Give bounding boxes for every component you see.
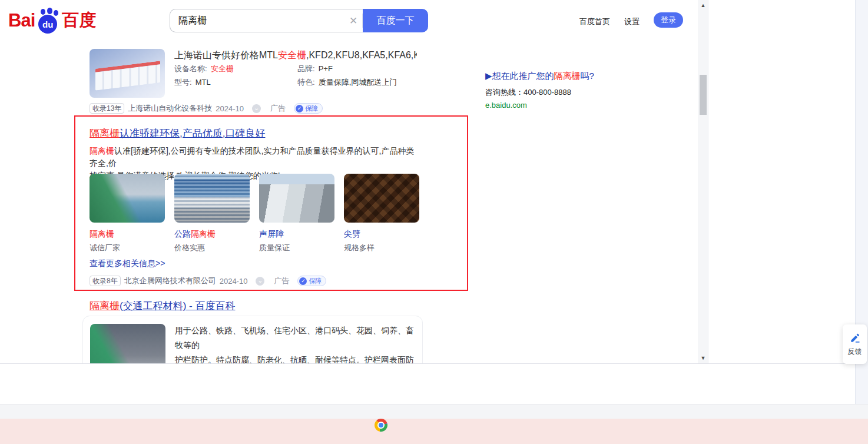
result2-source-row: 收录8年 北京企腾网络技术有限公司 2024-10 ⌄ 广告 ✓ 保障 (90, 276, 326, 286)
attr-value: P+F (319, 64, 333, 73)
attr-label: 设备名称: (174, 64, 207, 73)
safety-barrier-modules-image (95, 61, 160, 90)
scroll-down-arrow-icon[interactable]: ▼ (698, 355, 708, 361)
feedback-button[interactable]: 反馈 (843, 324, 867, 364)
baidu-logo[interactable]: Bai du 百度 (8, 8, 96, 34)
promo-highlight: 隔离栅 (554, 71, 581, 81)
result-date: 2024-10 (220, 277, 248, 286)
check-icon: ✓ (296, 105, 303, 112)
hotline-row: 咨询热线：400-800-8888 (485, 87, 674, 98)
result2-title-highlight: 隔离栅 (90, 128, 120, 139)
top-nav: 百度首页 设置 登录 (579, 16, 683, 28)
logo-text-du: du (38, 15, 57, 34)
baike-card[interactable]: 用于公路、铁路、飞机场、住宅小区、港口码头、花园、饲养、畜牧等的 护栏防护。特点… (82, 316, 423, 363)
desc-highlight: 隔离栅 (90, 146, 114, 155)
guarantee-badge[interactable]: ✓ 保障 (294, 103, 323, 114)
snippet-line2: 护栏防护。特点防腐、防老化、抗晒、耐候等特点。护栏网表面防腐形式 (175, 353, 416, 363)
attr-label: 特色: (297, 78, 315, 87)
caption-isolation-fence[interactable]: 隔离栅 (90, 229, 114, 240)
page-scrollbar[interactable]: ▲ ▼ (698, 0, 708, 363)
desktop-band (0, 404, 868, 419)
thumbnail-sound-barrier[interactable] (259, 174, 334, 223)
search-input[interactable] (170, 10, 344, 31)
pencil-icon (849, 332, 861, 344)
promo-pre: ▶想在此推广您的 (485, 71, 554, 81)
attr-label: 品牌: (297, 64, 315, 73)
search-button[interactable]: 百度一下 (363, 9, 428, 32)
thumbnail-acoustic-wedge[interactable] (344, 174, 419, 223)
nav-baidu-home[interactable]: 百度首页 (579, 16, 624, 27)
ad-label: 广告 (274, 276, 289, 286)
result1-product-thumbnail[interactable] (90, 49, 165, 98)
desktop: Bai du 百度 ✕ 百度一下 百度首页 设置 登录 (0, 0, 868, 444)
caption-blue: 声屏障 (259, 229, 284, 238)
result-menu-chevron-icon[interactable]: ⌄ (256, 277, 264, 286)
attr-value: MTL (196, 78, 211, 87)
check-icon: ✓ (299, 277, 307, 285)
ad-label: 广告 (270, 103, 286, 114)
result1-title-pre: 上海诺山专供好价格MTL (174, 50, 278, 60)
result2-title[interactable]: 隔离栅认准骄建环保,产品优质,口碑良好 (90, 127, 265, 140)
result1-title-post: ,KFD2,KFU8,KFA5,KFA6,KCD2等系... (306, 50, 417, 60)
paw-toe-icon (41, 9, 45, 15)
promo-url[interactable]: e.baidu.com (485, 101, 674, 110)
search-box[interactable]: ✕ (170, 9, 363, 32)
attr-feature: 特色:质量保障,同城配送上门 (297, 77, 397, 88)
result2-title-rest: 认准骄建环保,产品优质,口碑良好 (120, 128, 265, 139)
hotline-number: 400-800-8888 (524, 88, 571, 97)
snippet-line1: 用于公路、铁路、飞机场、住宅小区、港口码头、花园、饲养、畜牧等的 (175, 323, 416, 353)
baidu-paw-icon: du (35, 8, 61, 34)
guarantee-label: 保障 (309, 277, 322, 286)
caption-blue: 尖劈 (344, 229, 360, 238)
feedback-label: 反馈 (848, 347, 862, 357)
baidu-header: Bai du 百度 ✕ 百度一下 百度首页 设置 登录 (0, 0, 698, 41)
guarantee-badge[interactable]: ✓ 保障 (297, 276, 326, 286)
caption-sound-barrier[interactable]: 声屏障 (259, 229, 284, 240)
see-more-link[interactable]: 查看更多相关信息>> (90, 259, 165, 269)
baike-snippet: 用于公路、铁路、飞机场、住宅小区、港口码头、花园、饲养、畜牧等的 护栏防护。特点… (175, 323, 416, 363)
caption-red: 隔离栅 (90, 229, 114, 238)
logo-text-cn: 百度 (62, 9, 96, 32)
result-menu-chevron-icon[interactable]: ⌄ (252, 104, 261, 113)
caption-highway-fence[interactable]: 公路隔离栅 (174, 229, 216, 240)
caption-red: 隔离栅 (191, 229, 216, 238)
subcaption: 诚信厂家 (90, 243, 120, 253)
result3-title[interactable]: 隔离栅(交通工程材料) - 百度百科 (90, 299, 235, 313)
attr-label: 型号: (174, 78, 192, 87)
indexed-years-badge: 收录13年 (90, 103, 124, 114)
sidebar-promo-title[interactable]: ▶想在此推广您的隔离栅吗? (485, 71, 674, 82)
attr-brand: 品牌:P+F (297, 64, 333, 74)
indexed-years-badge: 收录8年 (90, 276, 121, 286)
scrollbar-thumb[interactable] (700, 75, 707, 115)
result1-title-highlight: 安全栅 (278, 50, 306, 60)
thumbnail-highway-fence[interactable] (174, 174, 250, 223)
chrome-icon[interactable] (375, 419, 387, 432)
windows-taskbar: S 中 S 9:27 2024/10/28 (0, 419, 868, 444)
caption-acoustic-wedge[interactable]: 尖劈 (344, 229, 360, 240)
attr-value: 质量保障,同城配送上门 (319, 78, 397, 87)
nav-settings[interactable]: 设置 (624, 16, 654, 27)
attr-value: 安全栅 (211, 64, 234, 73)
guarantee-label: 保障 (305, 104, 318, 113)
subcaption: 质量保证 (259, 243, 290, 253)
thumbnail-isolation-fence[interactable] (90, 174, 165, 223)
attr-model: 型号:MTL (174, 77, 211, 88)
page-bottom-border (0, 363, 855, 364)
promo-post: 吗? (581, 71, 594, 81)
login-button[interactable]: 登录 (654, 12, 683, 28)
site-name: 上海诺山自动化设备科技 (128, 103, 212, 114)
baidu-search-page: Bai du 百度 ✕ 百度一下 百度首页 设置 登录 (0, 0, 708, 363)
caption-blue: 公路 (174, 229, 191, 238)
result1-title[interactable]: 上海诺山专供好价格MTL安全栅,KFD2,KFU8,KFA5,KFA6,KCD2… (174, 49, 417, 62)
chrome-core (379, 423, 383, 428)
site-name: 北京企腾网络技术有限公司 (124, 276, 216, 286)
scroll-up-arrow-icon[interactable]: ▲ (698, 2, 708, 8)
baike-fence-thumbnail[interactable] (90, 324, 165, 363)
attr-device-name: 设备名称:安全栅 (174, 64, 234, 74)
result-date: 2024-10 (216, 104, 244, 113)
clear-search-icon[interactable]: ✕ (344, 15, 362, 27)
logo-text-bai: Bai (8, 10, 35, 31)
result3-title-rest: (交通工程材料) - 百度百科 (120, 300, 235, 312)
desc-line1: 隔离栅认准[骄建环保],公司拥有专业的技术团队,实力和产品质量获得业界的认可,产… (90, 145, 419, 170)
subcaption: 价格实惠 (174, 243, 205, 253)
